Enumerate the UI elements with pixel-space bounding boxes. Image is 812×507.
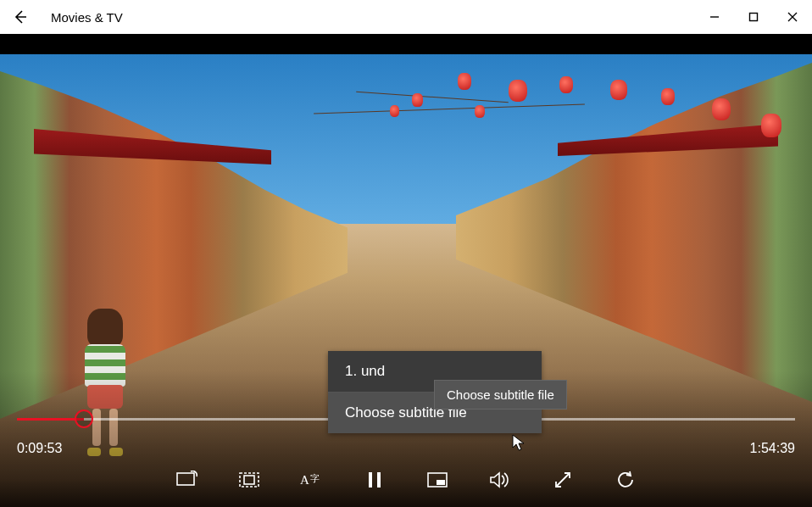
fullscreen-icon	[553, 471, 572, 489]
pause-icon	[366, 471, 383, 489]
scene-lantern	[761, 114, 781, 137]
scene-lantern	[712, 98, 731, 120]
subtitle-menu-item-label: 1. und	[345, 363, 385, 379]
scene-lantern	[458, 73, 471, 90]
cast-icon	[175, 471, 197, 489]
playback-controls: A 字	[0, 460, 812, 500]
scene-lantern	[509, 80, 527, 102]
video-player-area[interactable]: 1. und Choose subtitle file Choose subti…	[0, 54, 812, 507]
aspect-ratio-button[interactable]	[236, 466, 263, 493]
app-title: Movies & TV	[51, 10, 123, 25]
maximize-icon	[748, 12, 759, 22]
repeat-button[interactable]	[612, 466, 639, 493]
time-row: 0:09:53 1:54:39	[17, 441, 795, 456]
subtitles-icon: A 字	[300, 471, 324, 489]
fullscreen-button[interactable]	[549, 466, 576, 493]
svg-rect-10	[437, 480, 445, 485]
aspect-icon	[238, 471, 260, 489]
svg-rect-1	[750, 14, 758, 21]
minimize-icon	[709, 12, 720, 22]
mini-view-button[interactable]	[424, 466, 451, 493]
scene-lantern	[390, 105, 399, 117]
total-time: 1:54:39	[750, 441, 795, 456]
svg-rect-4	[244, 476, 254, 484]
svg-rect-7	[369, 472, 372, 488]
seek-thumb[interactable]	[75, 410, 93, 428]
mini-view-icon	[426, 471, 448, 488]
window-controls	[695, 0, 812, 34]
tooltip: Choose subtitle file	[434, 380, 567, 410]
tooltip-text: Choose subtitle file	[447, 387, 554, 402]
back-arrow-icon	[13, 9, 28, 25]
back-button[interactable]	[0, 0, 41, 34]
maximize-button[interactable]	[734, 0, 773, 34]
close-icon	[787, 12, 798, 22]
current-time: 0:09:53	[17, 441, 62, 456]
repeat-icon	[615, 470, 636, 490]
minimize-button[interactable]	[695, 0, 734, 34]
svg-rect-8	[377, 472, 381, 488]
scene-lantern	[661, 88, 675, 105]
scene-lantern	[412, 93, 423, 107]
scene-lantern	[610, 80, 627, 100]
scene-lantern	[475, 105, 485, 118]
cast-button[interactable]	[173, 466, 200, 493]
volume-button[interactable]	[487, 466, 514, 493]
scene-lantern	[559, 76, 573, 93]
play-pause-button[interactable]	[361, 466, 388, 493]
volume-icon	[489, 471, 511, 489]
letterbox-top	[0, 34, 812, 54]
svg-text:字: 字	[310, 473, 320, 483]
subtitles-button[interactable]: A 字	[298, 466, 325, 493]
titlebar: Movies & TV	[0, 0, 812, 34]
close-button[interactable]	[773, 0, 812, 34]
svg-rect-2	[177, 473, 194, 485]
svg-text:A: A	[300, 473, 309, 487]
